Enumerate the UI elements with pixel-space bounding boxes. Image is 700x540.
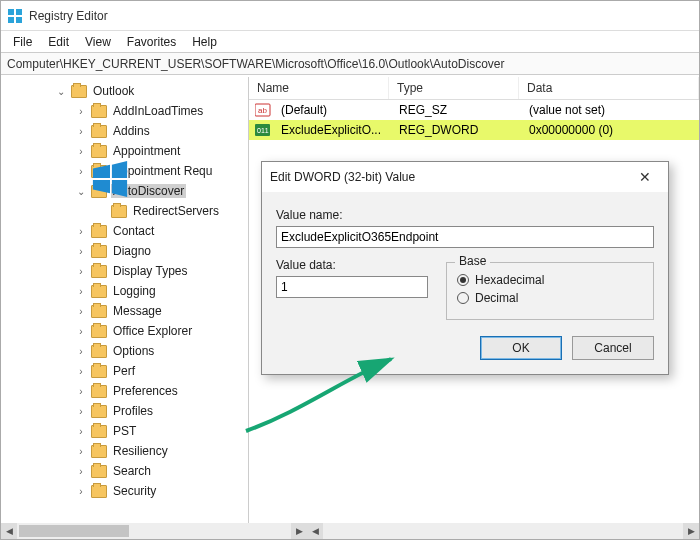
tree-node-appointment-requ[interactable]: ›Appointment Requ — [71, 161, 248, 181]
value-name-label: Value name: — [276, 208, 654, 222]
tree-node-label: Addins — [111, 124, 152, 138]
tree-node-resiliency[interactable]: ›Resiliency — [71, 441, 248, 461]
base-group: Base Hexadecimal Decimal — [446, 262, 654, 320]
radio-hex-label: Hexadecimal — [475, 273, 544, 287]
tree-node-addins[interactable]: ›Addins — [71, 121, 248, 141]
tree-node-options[interactable]: ›Options — [71, 341, 248, 361]
tree-node-search[interactable]: ›Search — [71, 461, 248, 481]
tree-node-diagno[interactable]: ›Diagno — [71, 241, 248, 261]
chevron-right-icon[interactable]: › — [75, 226, 87, 237]
chevron-right-icon[interactable]: › — [75, 166, 87, 177]
tree-node-label: Options — [111, 344, 156, 358]
chevron-right-icon[interactable]: › — [75, 246, 87, 257]
chevron-right-icon[interactable]: › — [75, 126, 87, 137]
folder-icon — [91, 485, 107, 498]
folder-icon — [91, 245, 107, 258]
folder-icon — [91, 145, 107, 158]
scroll-thumb[interactable] — [19, 525, 129, 537]
chevron-right-icon[interactable]: › — [75, 466, 87, 477]
chevron-right-icon[interactable]: › — [75, 366, 87, 377]
cancel-button[interactable]: Cancel — [572, 336, 654, 360]
value-row[interactable]: ab(Default)REG_SZ(value not set) — [249, 100, 699, 120]
chevron-right-icon[interactable]: › — [75, 346, 87, 357]
menu-view[interactable]: View — [77, 33, 119, 51]
svg-rect-2 — [8, 17, 14, 23]
scroll-right-icon[interactable]: ▶ — [291, 523, 307, 539]
tree-node-contact[interactable]: ›Contact — [71, 221, 248, 241]
chevron-right-icon[interactable]: › — [75, 486, 87, 497]
chevron-down-icon[interactable]: ⌄ — [55, 86, 67, 97]
tree-node-label: AutoDiscover — [111, 184, 186, 198]
tree-node-addinloadtimes[interactable]: ›AddInLoadTimes — [71, 101, 248, 121]
col-type[interactable]: Type — [389, 77, 519, 99]
scroll-left-icon-2[interactable]: ◀ — [307, 523, 323, 539]
tree-node-outlook[interactable]: ⌄Outlook — [51, 81, 248, 101]
app-icon — [7, 8, 23, 24]
chevron-down-icon[interactable]: ⌄ — [75, 186, 87, 197]
chevron-right-icon[interactable]: › — [75, 306, 87, 317]
folder-icon — [91, 405, 107, 418]
ok-button[interactable]: OK — [480, 336, 562, 360]
folder-icon — [91, 225, 107, 238]
menu-file[interactable]: File — [5, 33, 40, 51]
tree-node-profiles[interactable]: ›Profiles — [71, 401, 248, 421]
tree-node-redirectservers[interactable]: RedirectServers — [91, 201, 248, 221]
value-data-field[interactable] — [276, 276, 428, 298]
chevron-right-icon[interactable]: › — [75, 106, 87, 117]
col-name[interactable]: Name — [249, 77, 389, 99]
tree-node-security[interactable]: ›Security — [71, 481, 248, 501]
scroll-right-icon-2[interactable]: ▶ — [683, 523, 699, 539]
chevron-right-icon[interactable]: › — [75, 286, 87, 297]
chevron-right-icon[interactable]: › — [75, 426, 87, 437]
value-data-cell: 0x00000000 (0) — [521, 121, 699, 139]
address-bar[interactable]: Computer\HKEY_CURRENT_USER\SOFTWARE\Micr… — [1, 53, 699, 75]
value-name-field[interactable] — [276, 226, 654, 248]
tree-node-preferences[interactable]: ›Preferences — [71, 381, 248, 401]
dialog-titlebar: Edit DWORD (32-bit) Value ✕ — [262, 162, 668, 192]
tree-view[interactable]: ⌄Outlook›AddInLoadTimes›Addins›Appointme… — [1, 77, 249, 523]
tree-node-label: Diagno — [111, 244, 153, 258]
value-type-cell: REG_DWORD — [391, 121, 521, 139]
radio-hexadecimal[interactable]: Hexadecimal — [457, 273, 643, 287]
col-data[interactable]: Data — [519, 77, 699, 99]
tree-node-label: PST — [111, 424, 138, 438]
chevron-right-icon[interactable]: › — [75, 326, 87, 337]
column-headers[interactable]: Name Type Data — [249, 77, 699, 100]
menu-favorites[interactable]: Favorites — [119, 33, 184, 51]
tree-node-pst[interactable]: ›PST — [71, 421, 248, 441]
tree-node-label: Outlook — [91, 84, 136, 98]
folder-icon — [111, 205, 127, 218]
radio-decimal[interactable]: Decimal — [457, 291, 643, 305]
value-data-label: Value data: — [276, 258, 428, 272]
tree-node-appointment[interactable]: ›Appointment — [71, 141, 248, 161]
scroll-left-icon[interactable]: ◀ — [1, 523, 17, 539]
tree-node-display-types[interactable]: ›Display Types — [71, 261, 248, 281]
close-icon[interactable]: ✕ — [630, 169, 660, 185]
tree-node-logging[interactable]: ›Logging — [71, 281, 248, 301]
menu-edit[interactable]: Edit — [40, 33, 77, 51]
svg-text:ab: ab — [258, 106, 267, 115]
tree-node-autodiscover[interactable]: ⌄AutoDiscover — [71, 181, 248, 201]
titlebar: Registry Editor — [1, 1, 699, 31]
radio-dot-icon — [457, 274, 469, 286]
folder-icon — [91, 365, 107, 378]
chevron-right-icon[interactable]: › — [75, 146, 87, 157]
chevron-right-icon[interactable]: › — [75, 386, 87, 397]
folder-icon — [91, 325, 107, 338]
svg-rect-1 — [16, 9, 22, 15]
chevron-right-icon[interactable]: › — [75, 406, 87, 417]
tree-node-message[interactable]: ›Message — [71, 301, 248, 321]
value-row[interactable]: 011ExcludeExplicitO...REG_DWORD0x0000000… — [249, 120, 699, 140]
menu-help[interactable]: Help — [184, 33, 225, 51]
chevron-right-icon[interactable]: › — [75, 266, 87, 277]
tree-node-perf[interactable]: ›Perf — [71, 361, 248, 381]
tree-node-label: Appointment — [111, 144, 182, 158]
horizontal-scrollbar[interactable]: ◀ ▶ ◀ ▶ — [1, 523, 699, 539]
tree-node-label: Search — [111, 464, 153, 478]
tree-node-office-explorer[interactable]: ›Office Explorer — [71, 321, 248, 341]
folder-icon — [91, 425, 107, 438]
chevron-right-icon[interactable]: › — [75, 446, 87, 457]
folder-icon — [91, 385, 107, 398]
string-value-icon: ab — [255, 103, 271, 117]
dword-value-icon: 011 — [255, 123, 271, 137]
